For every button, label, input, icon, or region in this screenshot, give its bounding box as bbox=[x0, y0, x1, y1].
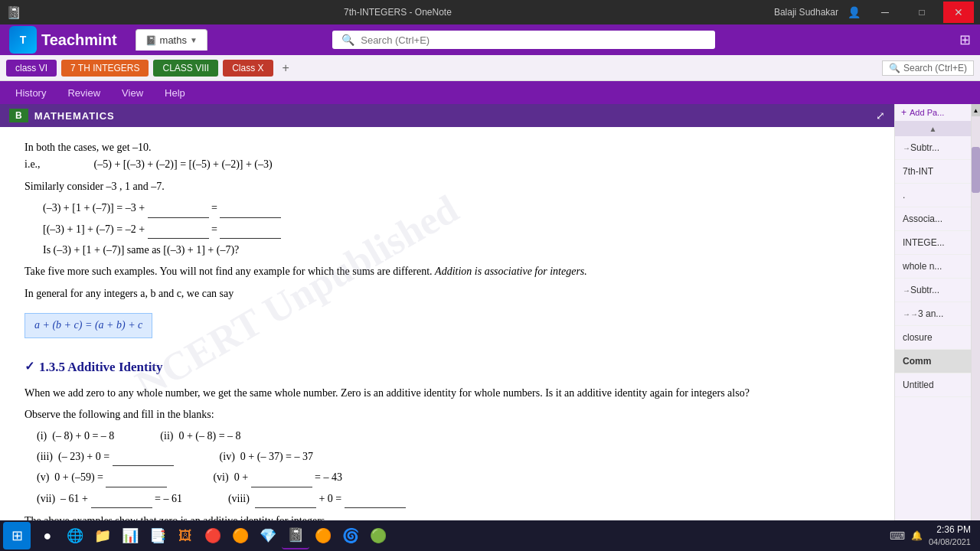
sidebar-page-intege[interactable]: INTEGE... bbox=[895, 231, 971, 255]
app-topbar: T Teachmint 📓 maths ▼ 🔍 ⊞ bbox=[0, 24, 980, 55]
blank2 bbox=[220, 200, 281, 217]
scroll-up-arrow[interactable]: ▲ bbox=[972, 104, 980, 116]
title-bar-left: 📓 bbox=[6, 5, 21, 20]
fill-row-3: (v) 0 + (–59) = (vi) 0 + = – 43 bbox=[37, 469, 870, 487]
fill-3-left: (v) 0 + (–59) = bbox=[37, 469, 167, 487]
main-area: B MATHEMATICS ⤢ NCERT Unpublished In bot… bbox=[0, 104, 980, 551]
blank6 bbox=[106, 469, 167, 487]
taskbar-spiral[interactable]: 🌀 bbox=[337, 522, 364, 549]
blank9 bbox=[255, 491, 316, 508]
taskbar-onenote[interactable]: 📓 bbox=[282, 522, 309, 549]
content-scrollbar[interactable]: ▲ ▼ bbox=[971, 104, 980, 551]
taskbar-chrome2[interactable]: 🟢 bbox=[364, 522, 392, 549]
page-content: NCERT Unpublished In both the cases, we … bbox=[0, 127, 894, 536]
fill-3-right: (vi) 0 + = – 43 bbox=[213, 469, 342, 487]
para3: Take five more such examples. You will n… bbox=[24, 263, 870, 280]
tab-classvi[interactable]: class VI bbox=[6, 60, 57, 77]
ribbon-review[interactable]: Review bbox=[64, 84, 103, 102]
section-title-text: 1.3.5 Additive Identity bbox=[39, 357, 163, 377]
expr1: (–3) + [1 + (–7)] = –3 + = bbox=[43, 200, 870, 217]
taskbar-clock: 2:36 PM 04/08/2021 bbox=[929, 523, 971, 548]
para1b: i.e., (–5) + [(–3) + (–2)] = [(–5) + (–2… bbox=[24, 156, 870, 173]
tab-integers[interactable]: 7 TH INTEGERS bbox=[61, 60, 149, 77]
title-bar-title: 7th-INTEGERS - OneNote bbox=[21, 7, 774, 18]
taskbar-github[interactable]: ● bbox=[34, 522, 61, 549]
layout-icon[interactable]: ⊞ bbox=[959, 31, 971, 48]
taskbar-word[interactable]: 📑 bbox=[144, 522, 172, 549]
sidebar-page-dot[interactable]: . bbox=[895, 184, 971, 207]
taskbar-gem[interactable]: 💎 bbox=[254, 522, 282, 549]
section-tabs: class VI 7 TH INTEGERS CLASS VIII Class … bbox=[0, 55, 980, 81]
page-search-icon: 🔍 bbox=[889, 63, 900, 73]
sidebar-page-3an[interactable]: →→3 an... bbox=[895, 302, 971, 326]
topbar-right: ⊞ bbox=[959, 31, 971, 48]
ribbon-history[interactable]: History bbox=[12, 84, 49, 102]
fill-1-right: (ii) 0 + (– 8) = – 8 bbox=[160, 428, 240, 445]
taskbar-excel[interactable]: 📊 bbox=[116, 522, 144, 549]
taskbar-app1[interactable]: 🔴 bbox=[199, 522, 227, 549]
para4: In general for any integers a, b and c, … bbox=[24, 285, 870, 302]
teachmint-logo: T Teachmint bbox=[9, 26, 117, 54]
taskbar-right: ⌨ 🔔 2:36 PM 04/08/2021 bbox=[890, 523, 977, 548]
search-input[interactable] bbox=[361, 34, 706, 46]
blank10 bbox=[345, 491, 406, 508]
fill-2-right: (iv) 0 + (– 37) = – 37 bbox=[220, 448, 313, 466]
start-button[interactable]: ⊞ bbox=[3, 522, 31, 549]
search-bar[interactable]: 🔍 bbox=[332, 31, 715, 49]
scroll-thumb[interactable] bbox=[972, 147, 980, 193]
taskbar-chrome[interactable]: 🌐 bbox=[61, 522, 89, 549]
sidebar-scroll-up[interactable]: ▲ bbox=[895, 121, 971, 136]
sidebar-page-wholen[interactable]: whole n... bbox=[895, 255, 971, 279]
fill-2-left: (iii) (– 23) + 0 = bbox=[37, 448, 174, 466]
title-bar-right: Balaji Sudhakar 👤 ─ □ ✕ bbox=[774, 2, 974, 23]
section-badge: B bbox=[9, 109, 28, 122]
scroll-track bbox=[972, 116, 980, 539]
minimize-button[interactable]: ─ bbox=[870, 2, 900, 23]
para2: Similarly consider –3 , 1 and –7. bbox=[24, 178, 870, 195]
sidebar-page-closure[interactable]: closure bbox=[895, 326, 971, 350]
ribbon-view[interactable]: View bbox=[119, 84, 146, 102]
expr3: Is (–3) + [1 + (–7)] same as [(–3) + 1] … bbox=[43, 242, 870, 259]
title-bar: 📓 7th-INTEGERS - OneNote Balaji Sudhakar… bbox=[0, 0, 980, 24]
close-button[interactable]: ✕ bbox=[943, 2, 974, 23]
page-search-box[interactable]: 🔍 Search (Ctrl+E) bbox=[882, 60, 974, 76]
sidebar-page-comm[interactable]: Comm bbox=[895, 350, 971, 373]
blank5 bbox=[113, 448, 174, 466]
add-page-button[interactable]: + Add Pa... bbox=[895, 104, 971, 121]
keyboard-icon[interactable]: ⌨ bbox=[890, 530, 905, 542]
search-icon: 🔍 bbox=[341, 34, 354, 46]
notebook-name: maths bbox=[160, 34, 187, 46]
blank3 bbox=[148, 221, 209, 239]
notification-icon[interactable]: 🔔 bbox=[911, 530, 923, 541]
expand-icon[interactable]: ⤢ bbox=[876, 109, 885, 122]
maximize-button[interactable]: □ bbox=[906, 2, 937, 23]
taskbar-files[interactable]: 📁 bbox=[89, 522, 116, 549]
tab-classviii[interactable]: CLASS VIII bbox=[153, 60, 218, 77]
para1: In both the cases, we get –10. bbox=[24, 139, 870, 156]
fill-row-1: (i) (– 8) + 0 = – 8 (ii) 0 + (– 8) = – 8 bbox=[37, 428, 870, 445]
sidebar-page-subtr2[interactable]: →Subtr... bbox=[895, 279, 971, 302]
sidebar-page-associa[interactable]: Associa... bbox=[895, 207, 971, 231]
notebook-area: 📓 maths ▼ bbox=[136, 29, 207, 51]
fill-4-right: (viii) + 0 = bbox=[228, 491, 406, 508]
sidebar-page-subtr1[interactable]: →Subtr... bbox=[895, 136, 971, 160]
fill-row-4: (vii) – 61 + = – 61 (viii) + 0 = bbox=[37, 491, 870, 508]
sidebar-page-7thint[interactable]: 7th-INT bbox=[895, 160, 971, 184]
formula1-box: a + (b + c) = (a + b) + c bbox=[24, 307, 870, 344]
taskbar-photos[interactable]: 🖼 bbox=[172, 522, 199, 549]
notebook-tab-maths[interactable]: 📓 maths ▼ bbox=[136, 29, 207, 51]
italic-text: Addition is associative for integers. bbox=[435, 266, 587, 277]
section-1-3-5: ✓ 1.3.5 Additive Identity bbox=[24, 357, 870, 377]
ribbon-help[interactable]: Help bbox=[162, 84, 188, 102]
taskbar-app2[interactable]: 🟠 bbox=[309, 522, 337, 549]
fill-4-left: (vii) – 61 + = – 61 bbox=[37, 491, 182, 508]
tab-classx[interactable]: Class X bbox=[223, 60, 273, 77]
add-section-button[interactable]: + bbox=[278, 60, 294, 77]
user-name: Balaji Sudhakar bbox=[774, 7, 838, 18]
expressions: (–3) + [1 + (–7)] = –3 + = [(–3) + 1] + … bbox=[43, 200, 870, 259]
sidebar-page-untitled[interactable]: Untitled bbox=[895, 373, 971, 397]
taskbar-firefox[interactable]: 🟠 bbox=[227, 522, 254, 549]
taskbar-date-text: 04/08/2021 bbox=[929, 536, 971, 548]
sidebar-pages: →Subtr... 7th-INT . Associa... INTEGE...… bbox=[895, 136, 971, 536]
notebook-dropdown-arrow[interactable]: ▼ bbox=[190, 36, 198, 44]
